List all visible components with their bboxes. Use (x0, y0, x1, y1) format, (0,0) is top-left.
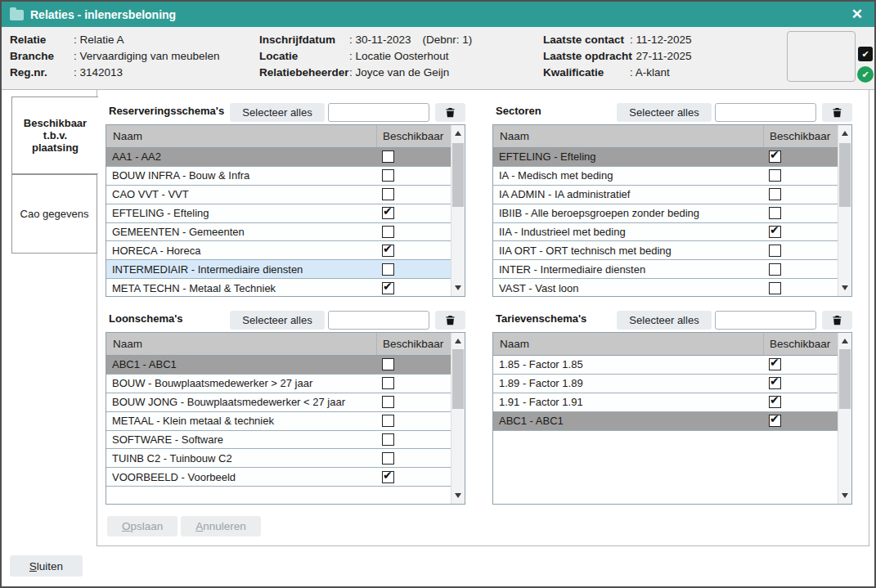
beschikbaar-checkbox[interactable] (382, 433, 394, 446)
table-row[interactable]: 1.89 - Factor 1.89 (493, 375, 838, 393)
beschikbaar-checkbox[interactable] (769, 150, 781, 163)
table-row[interactable]: EFTELING - Efteling (106, 204, 451, 223)
table-row[interactable]: IIA - Industrieel met beding (493, 223, 838, 242)
beschikbaar-checkbox[interactable] (382, 169, 394, 182)
row-available-cell (377, 375, 451, 393)
table-row[interactable]: BOUW INFRA - Bouw & Infra (106, 167, 451, 186)
select-all-button[interactable]: Selecteer alles (230, 311, 325, 330)
scroll-up-icon[interactable] (842, 131, 848, 136)
beschikbaar-checkbox[interactable] (382, 396, 394, 408)
scrollbar-thumb[interactable] (839, 349, 851, 409)
table-row[interactable]: ABC1 - ABC1 (493, 412, 838, 431)
table-row[interactable]: EFTELING - Efteling (493, 148, 838, 167)
beschikbaar-checkbox[interactable] (769, 226, 781, 238)
beschikbaar-checkbox[interactable] (382, 471, 394, 483)
beschikbaar-checkbox[interactable] (382, 207, 394, 219)
table-row[interactable]: 1.91 - Factor 1.91 (493, 393, 838, 412)
beschikbaar-checkbox[interactable] (382, 377, 394, 389)
table-row[interactable]: IA ADMIN - IA administratief (493, 186, 838, 204)
table-row[interactable]: VAST - Vast loon (493, 279, 838, 296)
close-icon[interactable]: ✕ (848, 6, 866, 23)
table-row[interactable]: IIA ORT - ORT technisch met beding (493, 241, 838, 260)
scroll-down-icon[interactable] (842, 285, 848, 290)
beschikbaar-checkbox[interactable] (769, 188, 781, 200)
column-header-naam[interactable]: Naam (493, 125, 764, 147)
beschikbaar-checkbox[interactable] (769, 263, 781, 276)
tab-beschikbaar-tbv-plaatsing[interactable]: Beschikbaar t.b.v. plaatsing (11, 97, 98, 174)
filter-input[interactable] (715, 103, 816, 122)
tab-cao-gegevens[interactable]: Cao gegevens (11, 174, 97, 254)
filter-input[interactable] (328, 311, 429, 330)
scroll-down-icon[interactable] (455, 493, 461, 498)
relation-header: Relatie Relatie A Branche Vervaardiging … (2, 27, 874, 90)
scrollbar-thumb[interactable] (452, 143, 464, 207)
scrollbar-thumb[interactable] (452, 349, 464, 409)
scroll-down-icon[interactable] (455, 285, 461, 290)
save-button[interactable]: Opslaan (107, 516, 177, 536)
beschikbaar-checkbox[interactable] (769, 207, 781, 219)
table-row[interactable]: VOORBEELD - Voorbeeld (106, 468, 451, 487)
table-row[interactable]: META TECHN - Metaal & Techniek (106, 279, 451, 296)
column-header-naam[interactable]: Naam (106, 125, 377, 147)
column-header-beschikbaar[interactable]: Beschikbaar (377, 333, 451, 355)
clear-trash-button[interactable] (822, 103, 852, 122)
vertical-scrollbar[interactable] (451, 333, 465, 504)
beschikbaar-checkbox[interactable] (382, 226, 394, 238)
vertical-scrollbar[interactable] (451, 125, 465, 296)
table-row[interactable]: IA - Medisch met beding (493, 167, 838, 186)
beschikbaar-checkbox[interactable] (769, 358, 781, 370)
scroll-up-icon[interactable] (455, 131, 461, 136)
beschikbaar-checkbox[interactable] (382, 263, 394, 276)
table-row[interactable]: INTER - Intermediaire diensten (493, 260, 838, 279)
vertical-scrollbar[interactable] (838, 333, 851, 504)
beschikbaar-checkbox[interactable] (769, 169, 781, 182)
filter-input[interactable] (715, 311, 816, 330)
scroll-down-icon[interactable] (842, 493, 848, 498)
table-row[interactable]: IBIIB - Alle beroepsgroepen zonder bedin… (493, 204, 838, 223)
table-row[interactable]: BOUW - Bouwplaatsmedewerker > 27 jaar (106, 375, 451, 393)
cancel-button[interactable]: Annuleren (181, 516, 261, 536)
beschikbaar-checkbox[interactable] (769, 377, 781, 389)
scroll-up-icon[interactable] (842, 339, 848, 343)
table-row[interactable]: 1.85 - Factor 1.85 (493, 356, 838, 375)
clear-trash-button[interactable] (435, 103, 465, 122)
table-row[interactable]: AA1 - AA2 (106, 148, 451, 167)
beschikbaar-checkbox[interactable] (382, 415, 394, 427)
column-header-naam[interactable]: Naam (106, 333, 377, 355)
panel-title: Loonschema's (109, 312, 183, 325)
beschikbaar-checkbox[interactable] (769, 396, 781, 408)
select-all-button[interactable]: Selecteer alles (617, 311, 712, 330)
table-row[interactable]: GEMEENTEN - Gemeenten (106, 223, 451, 242)
beschikbaar-checkbox[interactable] (382, 282, 394, 294)
beschikbaar-checkbox[interactable] (769, 415, 781, 427)
table-row[interactable]: HORECA - Horeca (106, 241, 451, 260)
select-all-button[interactable]: Selecteer alles (230, 103, 325, 122)
scrollbar-thumb[interactable] (839, 143, 851, 207)
beschikbaar-checkbox[interactable] (382, 245, 394, 257)
beschikbaar-checkbox[interactable] (382, 188, 394, 200)
clear-trash-button[interactable] (435, 311, 465, 330)
filter-input[interactable] (328, 103, 429, 122)
table-row[interactable]: SOFTWARE - Software (106, 431, 451, 450)
column-header-beschikbaar[interactable]: Beschikbaar (377, 125, 451, 147)
beschikbaar-checkbox[interactable] (382, 358, 394, 370)
column-header-naam[interactable]: Naam (493, 333, 764, 355)
beschikbaar-checkbox[interactable] (382, 452, 394, 465)
column-header-beschikbaar[interactable]: Beschikbaar (764, 333, 838, 355)
column-header-beschikbaar[interactable]: Beschikbaar (764, 125, 838, 147)
select-all-button[interactable]: Selecteer alles (617, 103, 712, 122)
table-row[interactable]: METAAL - Klein metaal & techniek (106, 412, 451, 431)
clear-trash-button[interactable] (822, 311, 852, 330)
table-row[interactable]: BOUW JONG - Bouwplaatsmedewerker < 27 ja… (106, 393, 451, 412)
scroll-up-icon[interactable] (455, 339, 461, 343)
beschikbaar-checkbox[interactable] (382, 150, 394, 163)
beschikbaar-checkbox[interactable] (769, 282, 781, 294)
table-row[interactable]: CAO VVT - VVT (106, 186, 451, 204)
table-row[interactable]: INTERMEDIAIR - Intermediaire diensten (106, 260, 451, 279)
close-window-button[interactable]: Sluiten (10, 555, 83, 577)
table-row[interactable]: ABC1 - ABC1 (106, 356, 451, 375)
vertical-scrollbar[interactable] (838, 125, 851, 296)
beschikbaar-checkbox[interactable] (769, 245, 781, 257)
row-name: BOUW - Bouwplaatsmedewerker > 27 jaar (106, 375, 377, 393)
table-row[interactable]: TUINB C2 - Tuinbouw C2 (106, 449, 451, 468)
